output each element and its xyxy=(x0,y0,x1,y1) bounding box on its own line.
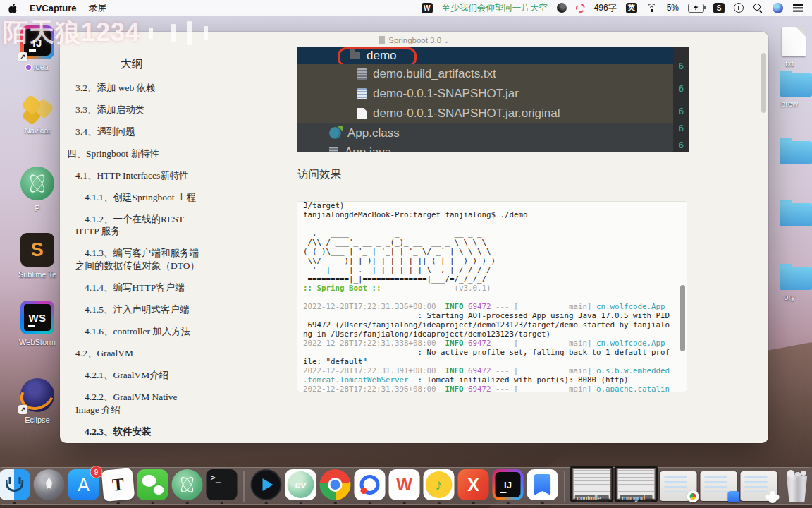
minimized-controller-window[interactable]: controlle... xyxy=(572,467,613,501)
desktop-icon-eclipse[interactable]: ↗Eclipse xyxy=(7,378,68,424)
dock-typora[interactable]: T xyxy=(103,469,134,502)
dock-baidu-netdisk[interactable] xyxy=(355,469,386,502)
siri-icon[interactable] xyxy=(773,3,783,13)
window-scrollbar-thumb[interactable] xyxy=(761,53,766,113)
running-indicator xyxy=(265,502,268,504)
dock-tencent-docs[interactable] xyxy=(527,469,558,502)
class-file-icon xyxy=(329,127,341,139)
running-indicator xyxy=(152,502,154,504)
chevron-down-icon[interactable]: ⌄ xyxy=(443,37,449,44)
input-method-badge[interactable]: 英 xyxy=(626,3,637,13)
notification-badge: 9 xyxy=(91,466,102,478)
outline-sidebar: 大纲 3.2、添加 web 依赖3.3、添加启动类3.4、遇到问题四、Sprin… xyxy=(60,47,204,443)
terminal-line: 2022-12-28T17:22:31.391+08:00 INFO 69472… xyxy=(303,366,687,375)
file-name: demo-0.0.1-SNAPSHOT.jar xyxy=(373,87,519,101)
word-badge-icon[interactable]: W xyxy=(422,3,433,13)
outline-item[interactable]: 4.2.3、软件安装 xyxy=(60,425,204,438)
desktop-icon-sublime-te[interactable]: SSublime Te xyxy=(7,233,68,279)
menubar-app-name[interactable]: EVCapture xyxy=(30,3,76,13)
outline-item[interactable]: 4.1、HTTP Interfaces新特性 xyxy=(60,169,204,182)
dock-finder[interactable] xyxy=(0,469,30,502)
dock-launchpad[interactable] xyxy=(34,469,65,502)
intellij-idea-icon: IJ xyxy=(493,469,524,500)
outline-item[interactable]: 3.3、添加启动类 xyxy=(60,104,204,116)
outline-item[interactable]: 4.1.4、编写HTTP客户端 xyxy=(60,282,204,294)
outline-item[interactable]: 四、Springboot 新特性 xyxy=(60,147,204,160)
desktop-item-folder[interactable] xyxy=(767,141,812,167)
dock-qq-music[interactable]: ♪ xyxy=(424,469,455,502)
outline-item[interactable]: 4.2.1、GraalVM介绍 xyxy=(60,369,204,382)
file-tree-row: App.class xyxy=(297,123,689,143)
desktop-icon-label: WebStorm xyxy=(19,338,56,346)
file-tree-row: demo.build_artifacts.txt xyxy=(297,64,689,84)
desktop-item-brew[interactable]: brew xyxy=(767,73,812,108)
gutter-digit: 6 xyxy=(673,106,689,116)
file-name: App.java xyxy=(345,145,391,153)
dock-chrome[interactable] xyxy=(320,469,351,502)
trash-icon[interactable] xyxy=(781,470,812,502)
apple-menu-icon[interactable] xyxy=(8,3,18,13)
minimized-docs-window[interactable] xyxy=(701,471,737,501)
sublime-icon: S xyxy=(20,233,54,267)
minimized-chrome-window[interactable] xyxy=(660,471,697,501)
desktop-icon-p[interactable]: P xyxy=(7,167,68,212)
dock-app-store[interactable]: A9 xyxy=(68,469,99,502)
running-indicator xyxy=(13,502,16,504)
outline-item[interactable]: 4.1.2、一个在线的REST HTTP 服务 xyxy=(60,213,204,238)
dock-wechat[interactable] xyxy=(137,469,168,502)
desktop-item-txt[interactable]: txt xyxy=(767,27,812,68)
desktop-item-folder[interactable] xyxy=(767,203,812,229)
code-scrollbar-thumb[interactable] xyxy=(680,285,685,351)
outline-item[interactable]: 4.2.2、GraalVM Native Image 介绍 xyxy=(60,391,204,416)
menu-item[interactable]: 录屏 xyxy=(88,1,106,14)
terminal-line: \\/ ___)| |_)| | | | | || (_| | ) ) ) ) xyxy=(303,256,687,265)
outline-item[interactable]: 3.2、添加 web 依赖 xyxy=(60,82,204,95)
wifi-icon[interactable] xyxy=(646,4,658,12)
desktop-icon-label: ory xyxy=(784,293,794,301)
battery-icon[interactable] xyxy=(688,4,704,13)
file-tree-row: demo-0.0.1-SNAPSHOT.jar xyxy=(297,84,689,104)
globe-icon[interactable] xyxy=(557,3,567,13)
evcapture-icon: ev xyxy=(285,469,316,500)
sogou-input-icon[interactable]: S xyxy=(713,3,725,13)
outline-item[interactable]: 4.1.1、创建Springboot 工程 xyxy=(60,191,204,204)
sync-icon[interactable] xyxy=(734,3,744,13)
outline-item[interactable]: 3.4、遇到问题 xyxy=(60,126,204,138)
terminal-line: =========|_|==============|___/=/_/_/_/ xyxy=(303,274,687,284)
pinwheel-icon[interactable] xyxy=(574,2,586,13)
desktop-icon-webstorm[interactable]: WSWebStorm xyxy=(7,301,68,346)
control-center-icon[interactable] xyxy=(793,4,803,6)
outline-item[interactable]: 4.2、GraalVM xyxy=(60,347,204,360)
terminal-line: ng in /Users/fanjialong/ideaproject/demo… xyxy=(303,329,687,339)
dock-evcapture[interactable]: ev xyxy=(285,469,316,502)
terminal-line xyxy=(303,219,687,229)
dock-video-player[interactable] xyxy=(251,469,282,502)
dock-atom[interactable] xyxy=(172,469,203,502)
wechat-icon xyxy=(137,469,168,500)
atom-icon xyxy=(172,469,203,500)
outline-item[interactable]: 4.1.3、编写客户端和服务端之间的数据传值对象（DTO） xyxy=(60,247,204,272)
folder-icon xyxy=(780,267,812,290)
slogan-text[interactable]: 至少我们会仰望同一片天空 xyxy=(442,2,548,14)
desktop-item-ory[interactable]: ory xyxy=(767,267,812,301)
char-count[interactable]: 496字 xyxy=(594,2,617,14)
dock-terminal[interactable]: >_ xyxy=(207,469,238,502)
minimized-mongod-window[interactable]: mongod... xyxy=(616,467,657,501)
terminal-line: : No active profile set, falling back to… xyxy=(303,348,687,357)
dock-intellij-idea[interactable]: IJ xyxy=(493,469,524,502)
tag-dot xyxy=(26,65,31,70)
java-file-icon xyxy=(329,147,338,153)
desktop-icon-idea[interactable]: IJ↗idea xyxy=(7,25,68,71)
gutter-digit: 6 xyxy=(673,140,689,150)
idea-icon: IJ↗ xyxy=(20,25,54,59)
outline-item[interactable]: 4.1.6、controller 加入方法 xyxy=(60,325,204,338)
minimized-page-window[interactable] xyxy=(741,471,777,501)
dock-wps-office[interactable]: W xyxy=(389,469,420,502)
folder-icon xyxy=(780,73,812,97)
desktop-icon-navicat[interactable]: Navicat xyxy=(7,89,68,135)
search-icon[interactable] xyxy=(753,3,763,13)
dock-xmind[interactable]: X xyxy=(458,469,489,502)
outline-item[interactable]: 4.1.5、注入声明式客户端 xyxy=(60,303,204,316)
window-title[interactable]: Springboot 3.0 ⌄ xyxy=(60,36,768,44)
battery-percent[interactable]: 5% xyxy=(667,3,679,13)
